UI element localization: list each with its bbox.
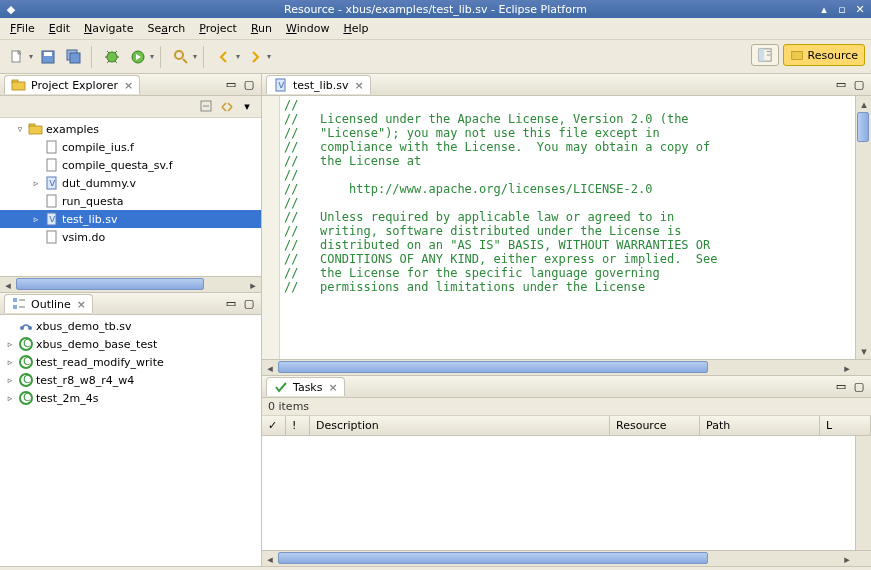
close-icon[interactable]: × — [328, 381, 337, 394]
scroll-right-icon[interactable]: ▸ — [839, 360, 855, 376]
close-button[interactable]: ✕ — [853, 2, 867, 16]
horizontal-scrollbar[interactable]: ◂ ▸ — [0, 276, 261, 292]
menu-search[interactable]: Search — [141, 20, 191, 37]
tree-folder-examples[interactable]: ▿ examples — [0, 120, 261, 138]
scrollbar-thumb[interactable] — [16, 278, 204, 290]
col-location[interactable]: L — [820, 416, 871, 435]
menu-file[interactable]: FFileFile — [4, 20, 41, 37]
svg-text:v: v — [49, 176, 56, 189]
view-tab-project-explorer[interactable]: Project Explorer × — [4, 75, 140, 94]
view-tab-outline[interactable]: Outline × — [4, 294, 93, 313]
window-menu-icon[interactable]: ◆ — [4, 2, 18, 16]
editor-tab[interactable]: v test_lib.sv × — [266, 75, 371, 94]
close-icon[interactable]: × — [124, 79, 133, 92]
nav-forward-button[interactable] — [244, 46, 266, 68]
scrollbar-thumb[interactable] — [857, 112, 869, 142]
col-priority[interactable]: ! — [286, 416, 310, 435]
dropdown-icon[interactable]: ▾ — [29, 52, 33, 61]
tree-item-selected[interactable]: ▹ v test_lib.sv — [0, 210, 261, 228]
tree-item[interactable]: vsim.do — [0, 228, 261, 246]
twisty-icon[interactable]: ▿ — [14, 124, 26, 134]
tree-item[interactable]: run_questa — [0, 192, 261, 210]
menu-project[interactable]: Project — [193, 20, 243, 37]
vertical-scrollbar[interactable] — [855, 436, 871, 550]
search-button[interactable] — [170, 46, 192, 68]
twisty-icon[interactable]: ▹ — [30, 178, 42, 188]
outline-item[interactable]: xbus_demo_tb.sv — [0, 317, 261, 335]
scroll-up-icon[interactable]: ▴ — [856, 96, 871, 112]
dropdown-icon[interactable]: ▾ — [193, 52, 197, 61]
menu-help[interactable]: Help — [337, 20, 374, 37]
nav-back-button[interactable] — [213, 46, 235, 68]
twisty-icon[interactable]: ▹ — [30, 214, 42, 224]
horizontal-scrollbar[interactable]: ◂ ▸ — [262, 359, 871, 375]
scroll-left-icon[interactable]: ◂ — [0, 277, 16, 293]
scroll-right-icon[interactable]: ▸ — [839, 551, 855, 567]
scroll-left-icon[interactable]: ◂ — [262, 360, 278, 376]
outline-item[interactable]: ▹ C test_read_modify_write — [0, 353, 261, 371]
editor-gutter[interactable] — [262, 96, 280, 359]
outline-item[interactable]: ▹ C test_2m_4s — [0, 389, 261, 407]
tree-item[interactable]: compile_questa_sv.f — [0, 156, 261, 174]
menu-navigate[interactable]: Navigate — [78, 20, 139, 37]
close-icon[interactable]: × — [354, 79, 363, 92]
col-description[interactable]: Description — [310, 416, 610, 435]
dropdown-icon[interactable]: ▾ — [236, 52, 240, 61]
close-icon[interactable]: × — [77, 298, 86, 311]
run-button[interactable] — [127, 46, 149, 68]
outline-item[interactable]: ▹ C test_r8_w8_r4_w4 — [0, 371, 261, 389]
twisty-icon[interactable]: ▹ — [4, 393, 16, 403]
view-tab-tasks[interactable]: Tasks × — [266, 377, 345, 396]
project-tree[interactable]: ▿ examples compile_ius.f compile_questa_… — [0, 118, 261, 276]
horizontal-scrollbar[interactable]: ◂ ▸ — [262, 550, 871, 566]
svg-rect-17 — [47, 159, 56, 171]
scroll-left-icon[interactable]: ◂ — [262, 551, 278, 567]
tasks-table-body[interactable] — [262, 436, 871, 550]
save-button[interactable] — [37, 46, 59, 68]
outline-item[interactable]: ▹ C xbus_demo_base_test — [0, 335, 261, 353]
outline-label: test_r8_w8_r4_w4 — [36, 374, 134, 387]
tasks-view: Tasks × ▭ ▢ 0 items ✓ ! Description Reso… — [262, 376, 871, 566]
maximize-view-icon[interactable]: ▢ — [851, 379, 867, 395]
maximize-view-icon[interactable]: ▢ — [241, 296, 257, 312]
dropdown-icon[interactable]: ▾ — [267, 52, 271, 61]
twisty-icon[interactable]: ▹ — [4, 339, 16, 349]
save-all-button[interactable] — [63, 46, 85, 68]
maximize-view-icon[interactable]: ▢ — [851, 77, 867, 93]
view-menu-icon[interactable]: ▾ — [239, 99, 255, 115]
scrollbar-thumb[interactable] — [278, 361, 708, 373]
open-perspective-button[interactable] — [751, 44, 779, 66]
maximize-button[interactable]: ▫ — [835, 2, 849, 16]
tree-item[interactable]: compile_ius.f — [0, 138, 261, 156]
vertical-scrollbar[interactable]: ▴ ▾ — [855, 96, 871, 359]
collapse-all-icon[interactable] — [199, 99, 215, 115]
col-resource[interactable]: Resource — [610, 416, 700, 435]
editor-content[interactable]: // // Licensed under the Apache License,… — [280, 96, 855, 359]
minimize-view-icon[interactable]: ▭ — [833, 77, 849, 93]
col-path[interactable]: Path — [700, 416, 820, 435]
scrollbar-thumb[interactable] — [278, 552, 708, 564]
maximize-view-icon[interactable]: ▢ — [241, 77, 257, 93]
minimize-view-icon[interactable]: ▭ — [223, 296, 239, 312]
outline-label: test_read_modify_write — [36, 356, 164, 369]
svg-text:v: v — [278, 78, 285, 91]
menu-window[interactable]: Window — [280, 20, 335, 37]
tree-item[interactable]: ▹ v dut_dummy.v — [0, 174, 261, 192]
minimize-view-icon[interactable]: ▭ — [223, 77, 239, 93]
menu-run[interactable]: Run — [245, 20, 278, 37]
minimize-view-icon[interactable]: ▭ — [833, 379, 849, 395]
minimize-button[interactable]: ▴ — [817, 2, 831, 16]
scroll-down-icon[interactable]: ▾ — [856, 343, 871, 359]
menu-edit[interactable]: Edit — [43, 20, 76, 37]
svg-rect-23 — [47, 231, 56, 243]
col-complete[interactable]: ✓ — [262, 416, 286, 435]
twisty-icon[interactable]: ▹ — [4, 357, 16, 367]
perspective-resource[interactable]: Resource — [783, 44, 865, 66]
new-button[interactable] — [6, 46, 28, 68]
link-editor-icon[interactable] — [219, 99, 235, 115]
outline-tree[interactable]: xbus_demo_tb.sv ▹ C xbus_demo_base_test … — [0, 315, 261, 566]
dropdown-icon[interactable]: ▾ — [150, 52, 154, 61]
twisty-icon[interactable]: ▹ — [4, 375, 16, 385]
scroll-right-icon[interactable]: ▸ — [245, 277, 261, 293]
debug-button[interactable] — [101, 46, 123, 68]
